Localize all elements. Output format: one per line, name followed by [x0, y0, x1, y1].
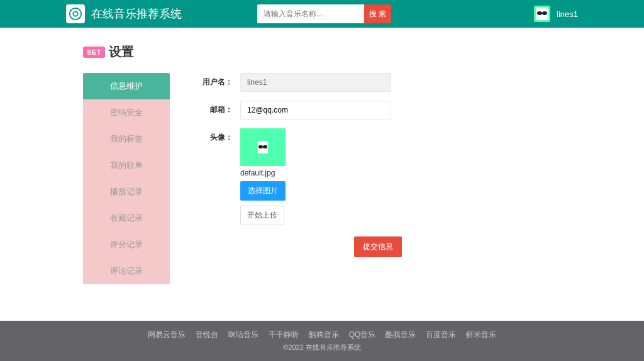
svg-rect-6: [541, 13, 543, 14]
navbar-brand[interactable]: 在线音乐推荐系统: [66, 4, 182, 23]
search-input[interactable]: [257, 4, 364, 23]
user-menu[interactable]: lines1: [534, 6, 578, 22]
svg-rect-10: [262, 146, 263, 147]
username-label: lines1: [557, 9, 578, 19]
submit-row: 提交信息: [195, 236, 561, 257]
email-field[interactable]: [240, 101, 391, 119]
start-upload-button[interactable]: 开始上传: [240, 206, 284, 225]
email-label: 邮箱：: [195, 101, 233, 115]
top-navbar: 在线音乐推荐系统 搜 索 lines1: [0, 0, 644, 28]
sidebar-item-playhistory[interactable]: 播放记录: [83, 179, 170, 205]
svg-point-0: [70, 8, 81, 19]
form-row-username: 用户名：: [195, 73, 561, 92]
avatar-label: 头像：: [195, 128, 233, 143]
main-container: SET 设置 信息维护 密码安全 我的标签 我的歌单 播放记录 收藏记录 评分记…: [83, 28, 561, 309]
profile-form: 用户名： 邮箱： 头像： default.jpg 选择图片 开始上传: [195, 73, 561, 257]
svg-point-1: [73, 11, 77, 16]
page-header: SET 设置: [83, 43, 561, 60]
logo-icon: [66, 4, 85, 23]
settings-sidebar: 信息维护 密码安全 我的标签 我的歌单 播放记录 收藏记录 评分记录 评论记录: [83, 73, 170, 284]
form-row-email: 邮箱：: [195, 101, 561, 119]
sidebar-item-ratings[interactable]: 评分记录: [83, 231, 170, 258]
avatar-image: [240, 128, 286, 166]
form-row-avatar: 头像： default.jpg 选择图片 开始上传: [195, 128, 561, 225]
username-field: [240, 73, 391, 92]
sidebar-item-profile[interactable]: 信息维护: [83, 73, 170, 99]
page-title: 设置: [109, 43, 134, 60]
app-title: 在线音乐推荐系统: [91, 6, 182, 21]
avatar-filename: default.jpg: [240, 169, 275, 177]
badge-set: SET: [83, 47, 105, 58]
sidebar-item-comments[interactable]: 评论记录: [83, 258, 170, 284]
content-row: 信息维护 密码安全 我的标签 我的歌单 播放记录 收藏记录 评分记录 评论记录 …: [83, 73, 561, 284]
choose-image-button[interactable]: 选择图片: [240, 181, 286, 201]
avatar-icon: [534, 6, 550, 22]
svg-point-9: [263, 145, 267, 148]
sidebar-item-tags[interactable]: 我的标签: [83, 126, 170, 152]
sidebar-item-favorites[interactable]: 收藏记录: [83, 205, 170, 231]
svg-point-8: [258, 145, 263, 148]
submit-button[interactable]: 提交信息: [354, 236, 402, 257]
svg-point-4: [537, 11, 542, 15]
svg-point-5: [542, 11, 547, 15]
search-form: 搜 索: [257, 4, 391, 23]
avatar-preview: default.jpg 选择图片 开始上传: [240, 128, 286, 225]
sidebar-item-password[interactable]: 密码安全: [83, 99, 170, 126]
sidebar-item-playlist[interactable]: 我的歌单: [83, 152, 170, 179]
username-label: 用户名：: [195, 73, 233, 87]
search-button[interactable]: 搜 索: [364, 4, 391, 23]
